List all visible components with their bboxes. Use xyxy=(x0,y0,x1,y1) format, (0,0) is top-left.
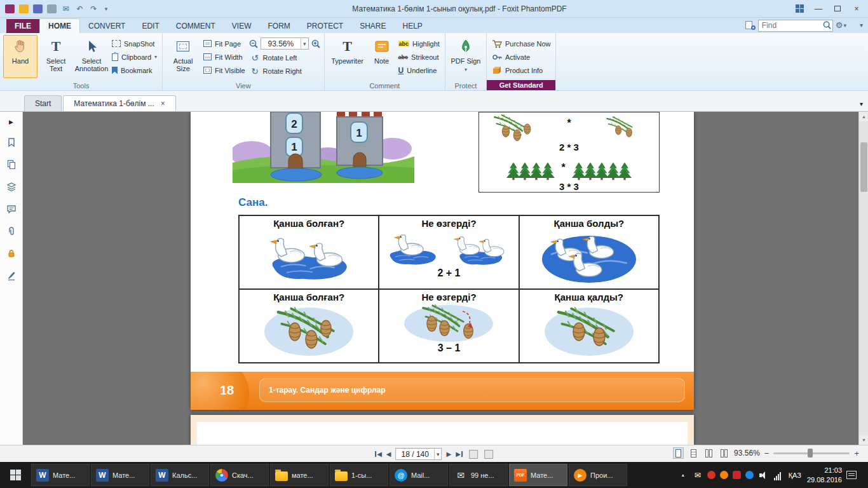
tab-view[interactable]: VIEW xyxy=(224,19,260,33)
zoom-in-icon[interactable] xyxy=(311,39,321,49)
next-page-button[interactable]: ▶ xyxy=(446,451,451,458)
tab-list-caret-icon[interactable]: ▾ xyxy=(860,100,863,107)
vertical-scrollbar[interactable]: ▲ ▼ xyxy=(858,112,868,445)
language-indicator[interactable]: ҚАЗ xyxy=(787,471,803,479)
activate-button[interactable]: Activate xyxy=(490,51,553,62)
tab-protect[interactable]: PROTECT xyxy=(299,19,351,33)
strikeout-button[interactable]: abcStrikeout xyxy=(397,51,442,62)
next-view-icon[interactable] xyxy=(484,450,493,459)
tab-close-icon[interactable]: × xyxy=(161,99,165,108)
continuous-facing-view-icon[interactable] xyxy=(719,447,729,459)
ribbon-collapse-icon[interactable]: ▾ xyxy=(860,22,863,29)
scroll-down-icon[interactable]: ▼ xyxy=(859,435,868,445)
maximize-button[interactable] xyxy=(829,2,846,16)
zoom-slider[interactable] xyxy=(773,448,850,458)
layers-panel-icon[interactable] xyxy=(6,181,17,193)
open-file-icon[interactable] xyxy=(19,4,29,13)
rotate-right-button[interactable]: ↻Rotate Right xyxy=(248,65,321,76)
undo-icon[interactable]: ↶ xyxy=(75,4,85,13)
rotate-left-button[interactable]: ↺Rotate Left xyxy=(248,52,321,63)
save-icon[interactable] xyxy=(33,4,43,13)
note-button[interactable]: Note xyxy=(369,35,395,78)
clipboard-button[interactable]: Clipboard▾ xyxy=(110,51,159,62)
document-area[interactable]: 2 1 1 xyxy=(23,112,868,445)
email-icon[interactable]: ✉ xyxy=(61,4,71,13)
comments-panel-icon[interactable] xyxy=(6,203,17,215)
fit-page-button[interactable]: Fit Page xyxy=(201,38,247,49)
network-icon[interactable] xyxy=(773,470,783,480)
minimize-button[interactable]: — xyxy=(810,2,827,16)
taskbar-item-chrome[interactable]: Скач... xyxy=(210,464,269,486)
doc-tab-start[interactable]: Start xyxy=(24,95,62,111)
tab-edit[interactable]: EDIT xyxy=(133,19,167,33)
typewriter-button[interactable]: T Typewriter xyxy=(328,35,367,78)
zoom-out-button[interactable]: − xyxy=(764,449,770,458)
taskbar-item-player[interactable]: ▶ Прои... xyxy=(569,464,627,486)
previous-page-button[interactable]: ◀ xyxy=(386,451,391,458)
mail-tray-icon[interactable]: ✉ xyxy=(693,470,703,480)
first-page-button[interactable]: ◀ xyxy=(375,451,382,458)
select-annotation-button[interactable]: Select Annotation xyxy=(74,35,109,78)
pages-panel-icon[interactable] xyxy=(6,159,17,170)
single-page-view-icon[interactable] xyxy=(673,447,684,459)
snapshot-button[interactable]: SnapShot xyxy=(110,38,159,49)
redo-icon[interactable]: ↷ xyxy=(89,4,98,13)
attachments-panel-icon[interactable] xyxy=(6,226,17,237)
clock[interactable]: 21:03 29.08.2016 xyxy=(807,466,842,484)
scroll-up-icon[interactable]: ▲ xyxy=(859,112,868,121)
zoom-slider-thumb[interactable] xyxy=(808,449,813,458)
product-info-button[interactable]: Product Info xyxy=(490,65,553,76)
close-button[interactable]: × xyxy=(848,2,865,16)
pdf-sign-button[interactable]: PDF Sign ▾ xyxy=(449,35,483,78)
doc-tab-current[interactable]: Математика 1-бөлім ... × xyxy=(63,95,175,111)
last-page-button[interactable]: ▶ xyxy=(456,451,463,458)
search-icon[interactable] xyxy=(822,20,832,30)
highlight-button[interactable]: abcHighlight xyxy=(397,38,442,49)
volume-icon[interactable] xyxy=(758,470,768,480)
tab-comment[interactable]: COMMENT xyxy=(168,19,224,33)
get-standard-button[interactable]: Get Standard xyxy=(487,80,556,90)
caret-down-icon[interactable]: ▾ xyxy=(301,38,308,49)
messenger-tray-icon[interactable] xyxy=(745,471,754,479)
previous-view-icon[interactable] xyxy=(469,450,478,459)
scrollbar-thumb[interactable] xyxy=(860,142,867,192)
continuous-view-icon[interactable] xyxy=(688,447,699,459)
signature-panel-icon[interactable] xyxy=(6,270,17,281)
tab-convert[interactable]: CONVERT xyxy=(80,19,133,33)
select-text-button[interactable]: T Select Text xyxy=(39,35,73,78)
security-panel-icon[interactable] xyxy=(6,248,17,259)
taskbar-item-word-1[interactable]: W Мате... xyxy=(31,464,90,486)
facing-view-icon[interactable] xyxy=(703,447,714,459)
bookmark-button[interactable]: Bookmark xyxy=(110,65,159,76)
bookmarks-panel-icon[interactable] xyxy=(6,137,17,148)
action-center-icon[interactable] xyxy=(846,471,857,479)
tab-share[interactable]: SHARE xyxy=(351,19,394,33)
qat-customize-caret-icon[interactable]: ▾ xyxy=(103,4,109,13)
taskbar-item-folder-2[interactable]: 1-сы... xyxy=(330,464,388,486)
tab-home[interactable]: HOME xyxy=(39,18,80,33)
app-logo-icon[interactable] xyxy=(5,4,15,13)
page-number-input[interactable]: 18 / 140▾ xyxy=(396,448,442,460)
underline-button[interactable]: UUnderline xyxy=(397,65,442,76)
antivirus-icon[interactable] xyxy=(733,471,741,479)
zoom-in-button[interactable]: + xyxy=(854,449,859,458)
start-button[interactable] xyxy=(0,462,31,488)
find-options-gear-icon[interactable]: ⚙▾ xyxy=(836,20,846,30)
taskbar-item-foxit-active[interactable]: PDF Мате... xyxy=(509,464,567,486)
caret-down-icon[interactable]: ▾ xyxy=(434,449,442,459)
hidden-icons-arrow[interactable]: ▴ xyxy=(678,470,688,480)
tab-form[interactable]: FORM xyxy=(259,19,298,33)
taskbar-item-word-2[interactable]: W Мате... xyxy=(91,464,149,486)
taskbar-item-folder-1[interactable]: мате... xyxy=(270,464,329,486)
fit-visible-button[interactable]: Fit Visible xyxy=(201,65,247,76)
tab-file[interactable]: FILE xyxy=(6,19,39,33)
purchase-now-button[interactable]: Purchase Now xyxy=(490,38,553,49)
zoom-out-icon[interactable] xyxy=(248,39,259,49)
sidebar-expand-icon[interactable]: ▶ xyxy=(6,118,17,126)
print-icon[interactable] xyxy=(47,4,57,13)
tab-help[interactable]: HELP xyxy=(394,19,430,33)
taskbar-item-word-3[interactable]: W Кальс... xyxy=(151,464,209,486)
taskbar-item-mail[interactable]: ✉ 99 не... xyxy=(449,464,508,486)
taskbar-item-mailru[interactable]: @ Mail... xyxy=(390,464,448,486)
zoom-level-combo[interactable]: 93.56%▾ xyxy=(261,37,309,50)
